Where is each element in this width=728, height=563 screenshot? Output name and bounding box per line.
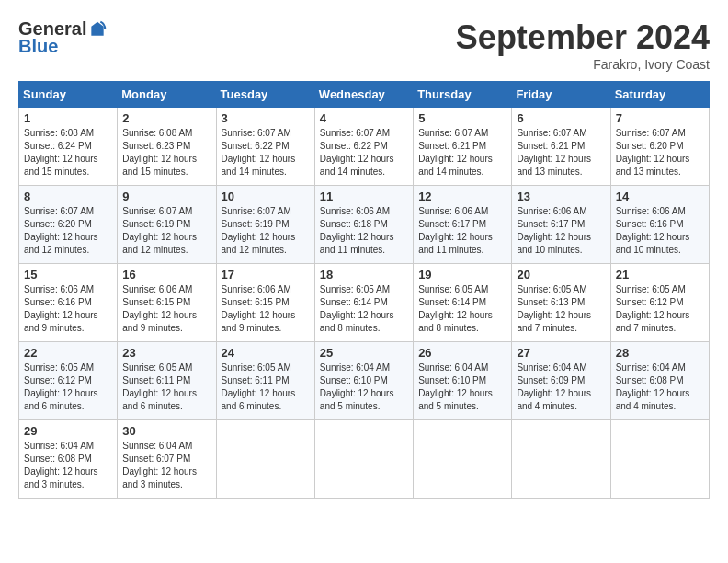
col-saturday: Saturday <box>610 82 709 108</box>
table-row: 14 Sunrise: 6:06 AMSunset: 6:16 PMDaylig… <box>610 186 709 264</box>
day-number: 1 <box>24 111 112 125</box>
logo: General Blue <box>18 18 107 57</box>
day-number: 29 <box>24 424 112 438</box>
day-info: Sunrise: 6:06 AMSunset: 6:17 PMDaylight:… <box>517 206 591 255</box>
day-number: 4 <box>320 111 408 125</box>
table-row: 13 Sunrise: 6:06 AMSunset: 6:17 PMDaylig… <box>512 186 610 264</box>
title-section: September 2024 Farakro, Ivory Coast <box>456 18 710 72</box>
day-number: 17 <box>222 268 310 282</box>
day-number: 9 <box>122 190 210 203</box>
table-row: 10 Sunrise: 6:07 AMSunset: 6:19 PMDaylig… <box>216 186 314 264</box>
day-number: 30 <box>122 424 210 438</box>
month-title: September 2024 <box>456 18 710 57</box>
table-row: 20 Sunrise: 6:05 AMSunset: 6:13 PMDaylig… <box>512 264 610 342</box>
table-row: 9 Sunrise: 6:07 AMSunset: 6:19 PMDayligh… <box>118 186 216 264</box>
day-number: 23 <box>122 346 210 360</box>
calendar-table: Sunday Monday Tuesday Wednesday Thursday… <box>18 81 710 499</box>
table-row: 23 Sunrise: 6:05 AMSunset: 6:11 PMDaylig… <box>118 342 216 420</box>
day-number: 16 <box>122 268 210 282</box>
day-number: 24 <box>222 346 310 360</box>
table-row: 18 Sunrise: 6:05 AMSunset: 6:14 PMDaylig… <box>314 264 413 342</box>
day-info: Sunrise: 6:06 AMSunset: 6:18 PMDaylight:… <box>320 206 394 255</box>
day-number: 15 <box>24 268 112 282</box>
day-number: 14 <box>616 190 704 203</box>
table-row: 29 Sunrise: 6:04 AMSunset: 6:08 PMDaylig… <box>19 420 118 499</box>
day-info: Sunrise: 6:05 AMSunset: 6:11 PMDaylight:… <box>222 362 296 411</box>
table-row: 1 Sunrise: 6:08 AMSunset: 6:24 PMDayligh… <box>19 108 118 186</box>
table-row: 28 Sunrise: 6:04 AMSunset: 6:08 PMDaylig… <box>610 342 709 420</box>
day-info: Sunrise: 6:07 AMSunset: 6:19 PMDaylight:… <box>122 206 197 255</box>
table-row: 30 Sunrise: 6:04 AMSunset: 6:07 PMDaylig… <box>118 420 216 499</box>
table-row: 24 Sunrise: 6:05 AMSunset: 6:11 PMDaylig… <box>216 342 314 420</box>
day-number: 8 <box>24 190 112 203</box>
calendar-week-row: 8 Sunrise: 6:07 AMSunset: 6:20 PMDayligh… <box>19 186 710 264</box>
day-info: Sunrise: 6:04 AMSunset: 6:07 PMDaylight:… <box>122 441 197 489</box>
day-number: 11 <box>320 190 408 203</box>
table-row: 3 Sunrise: 6:07 AMSunset: 6:22 PMDayligh… <box>216 108 314 186</box>
day-info: Sunrise: 6:06 AMSunset: 6:15 PMDaylight:… <box>222 284 296 333</box>
table-row: 5 Sunrise: 6:07 AMSunset: 6:21 PMDayligh… <box>414 108 512 186</box>
day-number: 7 <box>616 111 704 125</box>
calendar-header-row: Sunday Monday Tuesday Wednesday Thursday… <box>19 82 710 108</box>
table-row: 19 Sunrise: 6:05 AMSunset: 6:14 PMDaylig… <box>414 264 512 342</box>
day-number: 2 <box>122 111 210 125</box>
day-info: Sunrise: 6:05 AMSunset: 6:12 PMDaylight:… <box>616 284 690 333</box>
table-row <box>314 420 413 499</box>
table-row <box>414 420 512 499</box>
calendar-week-row: 22 Sunrise: 6:05 AMSunset: 6:12 PMDaylig… <box>19 342 710 420</box>
day-info: Sunrise: 6:06 AMSunset: 6:16 PMDaylight:… <box>24 284 98 333</box>
day-info: Sunrise: 6:07 AMSunset: 6:21 PMDaylight:… <box>418 128 493 177</box>
day-info: Sunrise: 6:06 AMSunset: 6:16 PMDaylight:… <box>616 206 690 255</box>
day-info: Sunrise: 6:04 AMSunset: 6:10 PMDaylight:… <box>320 362 394 411</box>
col-sunday: Sunday <box>19 82 118 108</box>
day-info: Sunrise: 6:07 AMSunset: 6:20 PMDaylight:… <box>616 128 690 177</box>
day-info: Sunrise: 6:07 AMSunset: 6:19 PMDaylight:… <box>222 206 296 255</box>
day-number: 6 <box>517 111 605 125</box>
day-info: Sunrise: 6:06 AMSunset: 6:17 PMDaylight:… <box>418 206 493 255</box>
table-row: 17 Sunrise: 6:06 AMSunset: 6:15 PMDaylig… <box>216 264 314 342</box>
day-number: 26 <box>418 346 506 360</box>
day-number: 21 <box>616 268 704 282</box>
day-info: Sunrise: 6:04 AMSunset: 6:10 PMDaylight:… <box>418 362 493 411</box>
day-info: Sunrise: 6:05 AMSunset: 6:11 PMDaylight:… <box>122 362 197 411</box>
calendar-week-row: 1 Sunrise: 6:08 AMSunset: 6:24 PMDayligh… <box>19 108 710 186</box>
table-row: 7 Sunrise: 6:07 AMSunset: 6:20 PMDayligh… <box>610 108 709 186</box>
location: Farakro, Ivory Coast <box>456 57 710 72</box>
day-info: Sunrise: 6:07 AMSunset: 6:20 PMDaylight:… <box>24 206 98 255</box>
day-info: Sunrise: 6:04 AMSunset: 6:09 PMDaylight:… <box>517 362 591 411</box>
table-row <box>610 420 709 499</box>
col-monday: Monday <box>118 82 216 108</box>
col-wednesday: Wednesday <box>314 82 413 108</box>
table-row: 27 Sunrise: 6:04 AMSunset: 6:09 PMDaylig… <box>512 342 610 420</box>
day-info: Sunrise: 6:07 AMSunset: 6:22 PMDaylight:… <box>222 128 296 177</box>
col-thursday: Thursday <box>414 82 512 108</box>
table-row: 21 Sunrise: 6:05 AMSunset: 6:12 PMDaylig… <box>610 264 709 342</box>
day-number: 5 <box>418 111 506 125</box>
table-row: 6 Sunrise: 6:07 AMSunset: 6:21 PMDayligh… <box>512 108 610 186</box>
day-info: Sunrise: 6:06 AMSunset: 6:15 PMDaylight:… <box>122 284 197 333</box>
day-number: 13 <box>517 190 605 203</box>
day-number: 20 <box>517 268 605 282</box>
day-number: 22 <box>24 346 112 360</box>
table-row: 4 Sunrise: 6:07 AMSunset: 6:22 PMDayligh… <box>314 108 413 186</box>
table-row <box>512 420 610 499</box>
table-row: 12 Sunrise: 6:06 AMSunset: 6:17 PMDaylig… <box>414 186 512 264</box>
day-info: Sunrise: 6:07 AMSunset: 6:22 PMDaylight:… <box>320 128 394 177</box>
page-header: General Blue September 2024 Farakro, Ivo… <box>18 18 710 72</box>
day-number: 27 <box>517 346 605 360</box>
table-row: 11 Sunrise: 6:06 AMSunset: 6:18 PMDaylig… <box>314 186 413 264</box>
day-info: Sunrise: 6:08 AMSunset: 6:23 PMDaylight:… <box>122 128 197 177</box>
col-tuesday: Tuesday <box>216 82 314 108</box>
table-row: 26 Sunrise: 6:04 AMSunset: 6:10 PMDaylig… <box>414 342 512 420</box>
table-row: 16 Sunrise: 6:06 AMSunset: 6:15 PMDaylig… <box>118 264 216 342</box>
day-info: Sunrise: 6:05 AMSunset: 6:13 PMDaylight:… <box>517 284 591 333</box>
table-row: 22 Sunrise: 6:05 AMSunset: 6:12 PMDaylig… <box>19 342 118 420</box>
table-row: 2 Sunrise: 6:08 AMSunset: 6:23 PMDayligh… <box>118 108 216 186</box>
day-number: 3 <box>222 111 310 125</box>
logo-blue: Blue <box>18 36 58 57</box>
calendar-week-row: 29 Sunrise: 6:04 AMSunset: 6:08 PMDaylig… <box>19 420 710 499</box>
day-info: Sunrise: 6:05 AMSunset: 6:14 PMDaylight:… <box>320 284 394 333</box>
day-number: 12 <box>418 190 506 203</box>
col-friday: Friday <box>512 82 610 108</box>
day-number: 18 <box>320 268 408 282</box>
